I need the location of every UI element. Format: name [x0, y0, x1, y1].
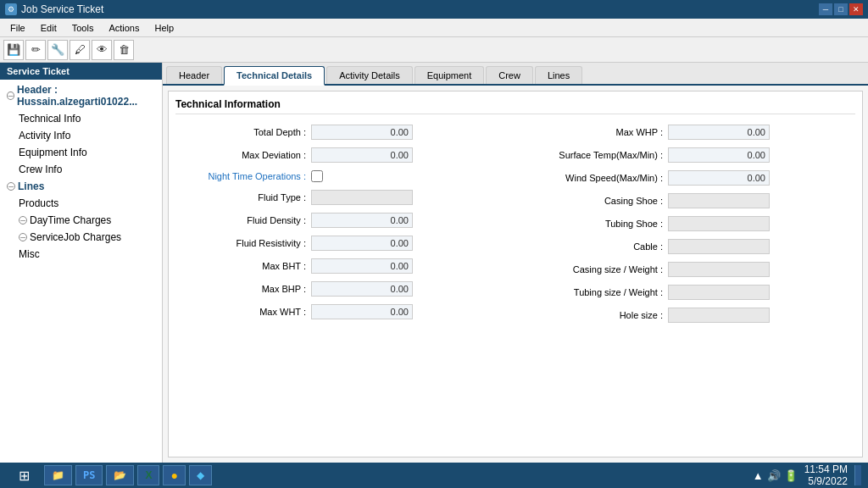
label-tubing-shoe: Tubing Shoe :: [532, 219, 668, 229]
menu-actions[interactable]: Actions: [102, 21, 146, 35]
menu-help[interactable]: Help: [147, 21, 181, 35]
chrome-icon: ●: [170, 469, 177, 482]
sidebar-item-technical-info[interactable]: Technical Info: [0, 110, 162, 127]
toolbar: 💾 ✏ 🔧 🖊 👁 🗑: [0, 37, 868, 63]
volume-icon: 🔊: [767, 469, 781, 482]
field-casing-size: Casing size / Weight :: [532, 262, 855, 277]
taskbar-app-powershell[interactable]: PS: [75, 465, 103, 485]
clock-date: 5/9/2022: [804, 475, 848, 487]
sidebar-item-products[interactable]: Products: [0, 195, 162, 212]
input-casing-shoe[interactable]: [668, 193, 770, 208]
misc-app-icon: ◆: [197, 469, 204, 481]
input-total-depth[interactable]: [311, 125, 413, 140]
label-fluid-density: Fluid Density :: [175, 215, 311, 225]
taskbar-app-explorer[interactable]: 📁: [44, 465, 72, 485]
explorer-icon: 📁: [52, 469, 64, 481]
label-total-depth: Total Depth :: [175, 127, 311, 137]
label-fluid-resistivity: Fluid Resistivity :: [175, 238, 311, 248]
battery-icon: 🔋: [784, 469, 798, 482]
tab-crew[interactable]: Crew: [486, 66, 533, 84]
input-max-wht[interactable]: [311, 304, 413, 319]
field-max-bhp: Max BHP :: [175, 281, 498, 297]
tab-activity-details[interactable]: Activity Details: [326, 66, 413, 84]
sidebar: Service Ticket ─ Header : Hussain.alzega…: [0, 63, 163, 463]
input-max-bhp[interactable]: [311, 281, 413, 297]
input-surface-temp[interactable]: [668, 147, 770, 163]
expand-icon-servicejob: ─: [19, 233, 27, 241]
sidebar-item-daytime-charges[interactable]: ─ DayTime Charges: [0, 212, 162, 229]
tech-fields: Total Depth : Max Deviation : Night Time…: [175, 125, 855, 327]
field-night-time-ops: Night Time Operations :: [175, 170, 498, 182]
toolbar-save[interactable]: 💾: [3, 40, 24, 60]
input-cable[interactable]: [668, 239, 770, 254]
menu-file[interactable]: File: [3, 21, 32, 35]
tab-lines[interactable]: Lines: [535, 66, 582, 84]
label-wind-speed: Wind Speed(Max/Min) :: [532, 173, 668, 183]
field-max-deviation: Max Deviation :: [175, 147, 498, 163]
sidebar-item-servicejob-charges[interactable]: ─ ServiceJob Charges: [0, 229, 162, 246]
tech-right-column: Max WHP : Surface Temp(Max/Min) : Wind S…: [532, 125, 855, 327]
field-tubing-size: Tubing size / Weight :: [532, 285, 855, 300]
label-hole-size: Hole size :: [532, 310, 668, 320]
label-casing-size: Casing size / Weight :: [532, 264, 668, 274]
input-tubing-size[interactable]: [668, 285, 770, 300]
input-fluid-type[interactable]: [311, 190, 413, 205]
powershell-icon: PS: [83, 469, 95, 481]
field-hole-size: Hole size :: [532, 308, 855, 323]
start-button[interactable]: ⊞: [7, 465, 41, 485]
menu-tools[interactable]: Tools: [65, 21, 101, 35]
sidebar-label-lines: Lines: [18, 180, 44, 192]
taskbar-app-folder[interactable]: 📂: [106, 465, 134, 485]
sidebar-item-crew-info[interactable]: Crew Info: [0, 161, 162, 178]
maximize-button[interactable]: □: [834, 3, 848, 15]
input-tubing-shoe[interactable]: [668, 216, 770, 231]
taskbar-left: ⊞ 📁 PS 📂 X ● ◆: [7, 465, 212, 485]
field-max-wht: Max WHT :: [175, 304, 498, 319]
network-icon: ▲: [753, 469, 764, 482]
field-wind-speed: Wind Speed(Max/Min) :: [532, 170, 855, 186]
input-max-whp[interactable]: [668, 125, 770, 140]
input-wind-speed[interactable]: [668, 170, 770, 186]
sidebar-item-header[interactable]: ─ Header : Hussain.alzegarti01022...: [0, 81, 162, 110]
toolbar-pen[interactable]: 🖊: [70, 40, 90, 60]
close-button[interactable]: ✕: [849, 3, 863, 15]
tech-left-column: Total Depth : Max Deviation : Night Time…: [175, 125, 498, 327]
input-max-bht[interactable]: [311, 258, 413, 274]
menu-edit[interactable]: Edit: [34, 21, 64, 35]
input-casing-size[interactable]: [668, 262, 770, 277]
toolbar-view[interactable]: 👁: [92, 40, 112, 60]
folder-icon: 📂: [114, 469, 126, 481]
sidebar-item-activity-info[interactable]: Activity Info: [0, 127, 162, 144]
tab-technical-details[interactable]: Technical Details: [224, 66, 325, 86]
sidebar-item-equipment-info[interactable]: Equipment Info: [0, 144, 162, 161]
main-layout: Service Ticket ─ Header : Hussain.alzega…: [0, 63, 868, 463]
toolbar-tool[interactable]: 🔧: [47, 40, 68, 60]
system-clock[interactable]: 11:54 PM 5/9/2022: [804, 463, 848, 487]
show-desktop-button[interactable]: [854, 465, 861, 485]
input-max-deviation[interactable]: [311, 147, 413, 163]
expand-icon-daytime: ─: [19, 216, 27, 225]
taskbar: ⊞ 📁 PS 📂 X ● ◆ ▲ 🔊 🔋 11:54 PM 5/9/2022: [0, 463, 868, 488]
label-night-time-ops: Night Time Operations :: [175, 171, 311, 181]
label-max-bhp: Max BHP :: [175, 284, 311, 294]
sidebar-item-misc[interactable]: Misc: [0, 246, 162, 263]
sidebar-label-products: Products: [19, 197, 58, 209]
input-fluid-resistivity[interactable]: [311, 236, 413, 251]
sidebar-item-lines[interactable]: ─ Lines: [0, 178, 162, 195]
tech-panel: Technical Information Total Depth : Max …: [168, 91, 863, 458]
minimize-button[interactable]: ─: [819, 3, 832, 15]
tab-header[interactable]: Header: [166, 66, 222, 84]
label-casing-shoe: Casing Shoe :: [532, 196, 668, 206]
input-hole-size[interactable]: [668, 308, 770, 323]
field-casing-shoe: Casing Shoe :: [532, 193, 855, 208]
taskbar-app-misc[interactable]: ◆: [189, 465, 212, 485]
input-night-time-ops[interactable]: [311, 170, 323, 182]
taskbar-app-excel[interactable]: X: [137, 465, 159, 485]
tab-equipment[interactable]: Equipment: [415, 66, 485, 84]
field-fluid-density: Fluid Density :: [175, 213, 498, 228]
toolbar-edit[interactable]: ✏: [25, 40, 46, 60]
toolbar-delete[interactable]: 🗑: [114, 40, 134, 60]
field-max-whp: Max WHP :: [532, 125, 855, 140]
taskbar-app-chrome[interactable]: ●: [163, 465, 185, 485]
input-fluid-density[interactable]: [311, 213, 413, 228]
